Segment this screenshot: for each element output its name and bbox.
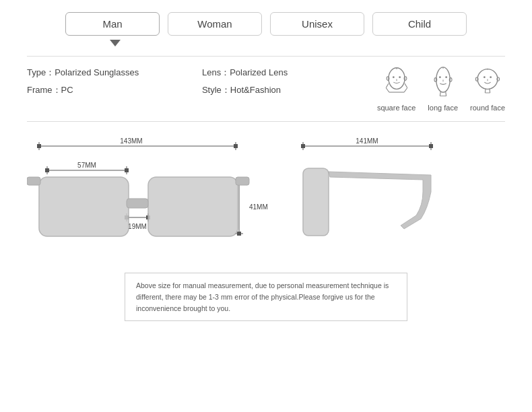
svg-point-10	[387, 77, 389, 81]
face-round: round face	[470, 66, 505, 112]
square-face-icon	[382, 66, 411, 101]
svg-rect-65	[301, 144, 305, 148]
svg-point-24	[490, 76, 492, 78]
glasses-front-diagram: 143MM 57MM 41MM	[27, 131, 269, 266]
svg-point-0	[389, 68, 405, 90]
svg-point-11	[404, 77, 407, 81]
square-face-label: square face	[377, 104, 415, 112]
active-tab-indicator	[110, 40, 121, 46]
svg-text:19MM: 19MM	[128, 223, 147, 230]
svg-rect-66	[429, 144, 433, 148]
side-view-svg: 141MM	[296, 131, 444, 266]
tab-row: Man Woman Unisex Child	[65, 12, 467, 36]
svg-line-20	[445, 92, 446, 96]
round-face-icon	[473, 66, 502, 101]
round-face-label: round face	[470, 104, 505, 112]
measurement-note: Above size for manual measurement, due t…	[125, 273, 407, 321]
svg-line-4	[404, 88, 407, 93]
svg-text:41MM: 41MM	[249, 203, 268, 211]
svg-point-23	[484, 76, 486, 78]
svg-point-28	[497, 77, 500, 81]
style-label: Style：Hot&Fashion	[202, 83, 350, 98]
note-text: Above size for manual measurement, due t…	[136, 281, 389, 312]
info-section: Type：Polarized Sunglasses Frame：PC Lens：…	[27, 66, 505, 112]
face-type-icons: square face long face	[377, 66, 505, 112]
front-view-svg: 143MM 57MM 41MM	[27, 131, 269, 266]
svg-rect-43	[125, 168, 129, 172]
tab-child[interactable]: Child	[372, 12, 467, 36]
svg-rect-58	[127, 199, 148, 208]
svg-rect-57	[148, 177, 238, 236]
svg-rect-59	[27, 177, 40, 185]
svg-rect-56	[39, 177, 129, 236]
svg-line-2	[405, 83, 407, 88]
product-info: Type：Polarized Sunglasses Frame：PC	[27, 66, 175, 101]
svg-point-14	[445, 76, 447, 78]
svg-rect-60	[236, 177, 249, 185]
svg-point-7	[399, 76, 401, 78]
divider	[27, 56, 505, 57]
svg-point-13	[439, 76, 441, 78]
long-face-icon	[428, 66, 458, 101]
svg-line-19	[440, 92, 440, 96]
svg-rect-36	[37, 144, 41, 148]
frame-info: Frame：PC	[27, 83, 175, 98]
svg-line-3	[386, 88, 389, 93]
svg-line-1	[386, 83, 389, 88]
dimensions-section: 143MM 57MM 41MM	[27, 131, 505, 266]
svg-rect-49	[237, 232, 241, 236]
svg-text:143MM: 143MM	[120, 137, 142, 145]
svg-text:57MM: 57MM	[77, 162, 96, 169]
type-info: Type：Polarized Sunglasses	[27, 66, 175, 80]
face-long: long face	[428, 66, 458, 112]
face-square: square face	[377, 66, 415, 112]
svg-text:141MM: 141MM	[356, 137, 378, 145]
divider-2	[27, 121, 505, 122]
svg-point-6	[393, 76, 395, 78]
svg-rect-42	[45, 168, 49, 172]
lens-label: Lens：Polarized Lens	[202, 66, 350, 80]
lens-info: Lens：Polarized Lens Style：Hot&Fashion	[202, 66, 350, 101]
svg-rect-67	[303, 168, 329, 236]
svg-point-18	[449, 78, 452, 82]
long-face-label: long face	[428, 104, 458, 112]
glasses-side-diagram: 141MM	[296, 131, 444, 266]
tab-man[interactable]: Man	[65, 12, 160, 36]
tab-unisex[interactable]: Unisex	[270, 12, 364, 36]
svg-rect-37	[234, 144, 238, 148]
svg-point-17	[434, 78, 437, 82]
svg-point-27	[475, 77, 478, 81]
tab-woman[interactable]: Woman	[168, 12, 262, 36]
